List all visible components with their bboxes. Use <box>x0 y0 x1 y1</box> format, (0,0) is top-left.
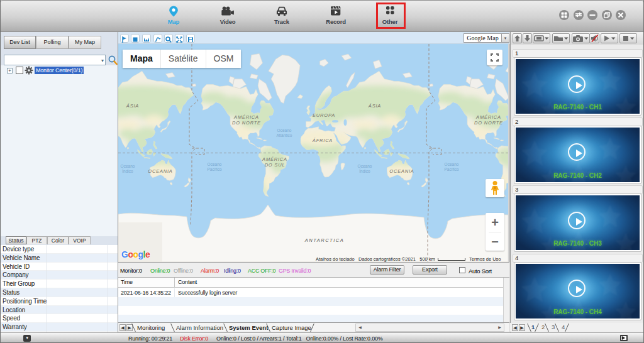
svg-text:Pacífico: Pacífico <box>207 167 222 172</box>
svg-text:EUROPA: EUROPA <box>313 112 335 118</box>
svg-text:OCEANIA: OCEANIA <box>389 168 414 174</box>
svg-text:AMÉRICA: AMÉRICA <box>475 114 501 120</box>
svg-text:Atlántico: Atlántico <box>277 133 292 138</box>
svg-text:Oceano: Oceano <box>445 162 459 166</box>
svg-text:Índico: Índico <box>359 168 370 173</box>
svg-text:Oceano: Oceano <box>358 164 372 168</box>
svg-text:Oceano: Oceano <box>121 164 135 168</box>
svg-text:Pacífico: Pacífico <box>444 167 459 172</box>
svg-text:DO NORTE: DO NORTE <box>232 120 261 126</box>
svg-text:ÁSIA: ÁSIA <box>126 103 139 109</box>
svg-text:DO NORTE: DO NORTE <box>474 120 503 126</box>
svg-text:Índico: Índico <box>122 168 133 173</box>
svg-text:DO SUL: DO SUL <box>265 162 286 168</box>
svg-text:Oceano: Oceano <box>277 128 292 133</box>
svg-text:OCEANIA: OCEANIA <box>148 168 172 174</box>
svg-text:AMÉRICA: AMÉRICA <box>233 114 259 120</box>
svg-text:AMÉRICA: AMÉRICA <box>262 156 287 162</box>
svg-text:ANTARCTICA: ANTARCTICA <box>304 237 344 243</box>
svg-text:Oceano: Oceano <box>208 162 222 166</box>
svg-text:ÁSIA: ÁSIA <box>368 103 381 109</box>
svg-text:ÁFRICA: ÁFRICA <box>312 138 333 143</box>
